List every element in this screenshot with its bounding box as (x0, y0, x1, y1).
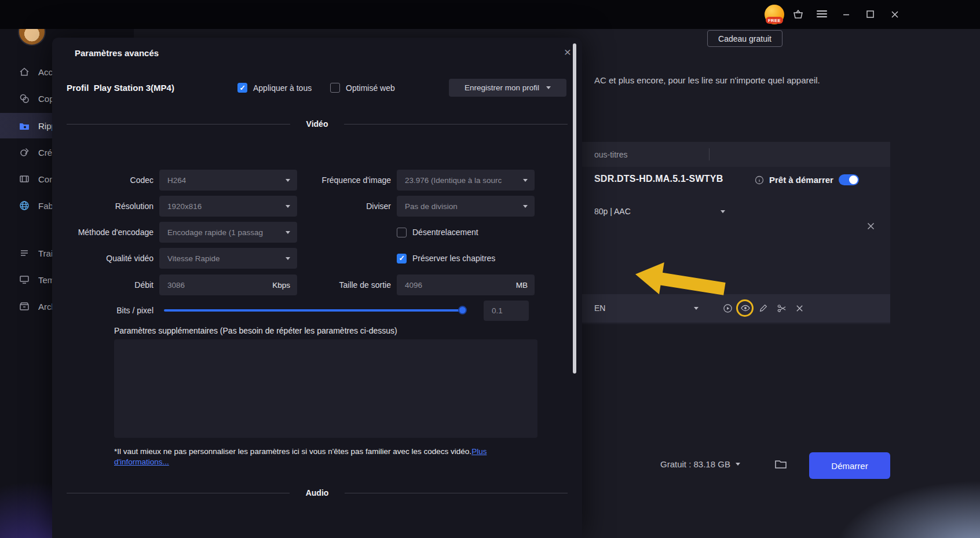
free-badge-label: FREE (766, 17, 783, 24)
free-space-dropdown[interactable]: Gratuit : 83.18 GB (660, 459, 740, 469)
header-divider (709, 148, 710, 160)
bits-per-pixel-label: Bits / pixel (52, 300, 153, 321)
slider-handle[interactable] (458, 306, 467, 314)
bits-per-pixel-value[interactable]: 0.1 (484, 301, 529, 321)
subtitle-language-dropdown[interactable]: EN (594, 303, 605, 313)
free-space-text: Gratuit : 83.18 GB (660, 459, 730, 469)
title-bar: FREE (0, 0, 980, 29)
bitrate-input[interactable]: 3086 Kbps (159, 275, 297, 295)
audio-section-divider: Audio (67, 488, 568, 497)
menu-icon[interactable] (817, 9, 827, 19)
output-size-label: Taille de sortie (284, 275, 391, 295)
chevron-down-icon (286, 205, 290, 208)
app-window: FREE DVDFab Acc Cop (0, 0, 980, 538)
checkbox-icon (397, 254, 407, 263)
framerate-select[interactable]: 23.976 (Identique à la sourc (397, 170, 535, 191)
web-optimized-label: Optimisé web (346, 83, 395, 93)
checkbox-icon (397, 228, 407, 237)
bitrate-label: Débit (52, 275, 153, 295)
warning-note: *Il vaut mieux ne pas personnaliser les … (114, 446, 536, 467)
checkbox-icon (330, 83, 340, 93)
eye-icon[interactable] (740, 303, 751, 313)
resolution-label: Résolution (52, 196, 153, 217)
chevron-down-icon (286, 179, 290, 182)
chevron-down-icon (286, 231, 290, 234)
preserve-chapters-checkbox[interactable]: Préserver les chapitres (397, 248, 495, 269)
video-quality-label: Qualité vidéo (52, 248, 153, 269)
copy-icon (19, 93, 30, 104)
queue-icon (19, 247, 30, 259)
deinterlace-label: Désentrelacement (412, 228, 478, 237)
apply-to-all-checkbox[interactable]: Appliquer à tous (237, 79, 312, 97)
chevron-down-icon (523, 205, 528, 208)
split-label: Diviser (284, 196, 391, 217)
scissors-icon[interactable] (776, 303, 787, 313)
audio-section-title: Audio (306, 488, 329, 497)
info-icon[interactable] (755, 175, 764, 185)
web-optimized-checkbox[interactable]: Optimisé web (330, 79, 395, 97)
advanced-settings-dialog: Paramètres avancés × Profil Play Station… (52, 38, 582, 538)
archive-icon (19, 301, 30, 312)
chevron-down-icon (523, 179, 528, 182)
home-icon (19, 66, 30, 78)
video-quality-select[interactable]: Vitesse Rapide (159, 248, 297, 269)
minimize-icon[interactable] (841, 9, 851, 20)
title-name: SDR.DTS-HD.MA.5.1-SWTYB (594, 174, 723, 184)
apply-to-all-label: Appliquer à tous (253, 83, 312, 93)
extra-params-textarea[interactable] (114, 339, 537, 438)
deinterlace-checkbox[interactable]: Désentrelacement (397, 222, 478, 243)
video-section-title: Vidéo (306, 119, 328, 129)
title-card: SDR.DTS-HD.MA.5.1-SWTYB Prêt à démarrer … (582, 167, 890, 324)
close-icon[interactable] (890, 9, 900, 20)
open-folder-icon[interactable] (774, 459, 787, 470)
table-header: ous-titres (582, 142, 890, 167)
codec-label: Codec (52, 170, 153, 191)
framerate-label: Fréquence d'image (284, 170, 391, 191)
status-text: Prêt à démarrer (769, 175, 833, 185)
encoding-method-select[interactable]: Encodage rapide (1 passag (159, 222, 297, 243)
chevron-down-icon (694, 307, 699, 310)
ripper-icon (19, 120, 30, 131)
converter-icon (19, 173, 30, 185)
chevron-down-icon (546, 86, 551, 89)
encoding-method-label: Méthode d'encodage (52, 222, 153, 243)
resolution-select[interactable]: 1920x816 (159, 196, 297, 217)
preserve-chapters-label: Préserver les chapitres (412, 254, 495, 263)
subtitle-row: EN (582, 294, 890, 323)
template-icon (19, 274, 30, 286)
save-profile-button[interactable]: Enregistrer mon profil (449, 79, 566, 97)
subtitles-column-header: ous-titres (594, 150, 628, 159)
globe-icon (19, 200, 30, 211)
profile-value: Play Station 3(MP4) (94, 83, 174, 93)
chevron-down-icon (736, 463, 740, 466)
dialog-scrollbar[interactable] (573, 43, 576, 374)
start-button[interactable]: Démarrer (809, 452, 890, 479)
remove-row-icon[interactable] (866, 221, 876, 231)
profile-label: Profil Play Station 3(MP4) (67, 83, 174, 93)
output-size-input[interactable]: 4096 MB (397, 275, 535, 295)
banner-text: AC et plus encore, pour les lire sur n'i… (594, 75, 820, 85)
video-section-divider: Vidéo (67, 119, 568, 129)
chevron-down-icon (286, 257, 290, 260)
edit-pencil-icon[interactable] (758, 303, 769, 313)
codec-select[interactable]: H264 (159, 170, 297, 191)
creator-icon (19, 147, 30, 158)
extra-params-label: Paramètres supplémentaires (Pas besoin d… (114, 326, 397, 335)
bitrate-unit: Kbps (272, 281, 297, 290)
enable-toggle[interactable] (839, 174, 859, 185)
maximize-icon[interactable] (865, 9, 875, 19)
output-size-unit: MB (516, 281, 535, 290)
checkbox-icon (237, 83, 247, 93)
free-gift-icon[interactable]: FREE (765, 5, 784, 24)
dialog-title: Paramètres avancés (75, 48, 159, 58)
split-select[interactable]: Pas de division (397, 196, 535, 217)
chevron-down-icon (721, 210, 725, 213)
bits-per-pixel-slider[interactable] (164, 309, 463, 312)
store-icon[interactable] (792, 9, 804, 20)
free-gift-button[interactable]: Cadeau gratuit (707, 30, 782, 47)
remove-subtitle-icon[interactable] (794, 303, 805, 313)
audio-format-dropdown[interactable]: 80p | AAC (594, 207, 725, 216)
